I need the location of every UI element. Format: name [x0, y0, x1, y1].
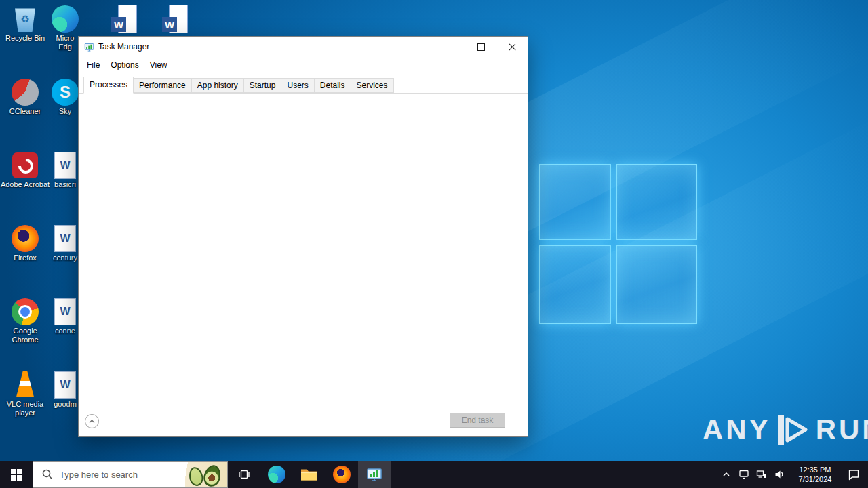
- anyrun-play-logo-icon: [777, 415, 810, 445]
- word-doc-icon: W: [54, 152, 76, 179]
- adobe-acrobat-icon: [12, 152, 38, 178]
- task-manager-window: Task Manager File Options View Processes…: [78, 36, 528, 437]
- system-tray: 12:35 PM 7/31/2024: [717, 461, 868, 488]
- tab-users[interactable]: Users: [281, 78, 314, 93]
- maximize-button[interactable]: [465, 37, 496, 57]
- tab-strip: Processes Performance App history Startu…: [79, 73, 528, 94]
- desktop-icon-word-doc-1[interactable]: W: [100, 4, 150, 34]
- minimize-icon: [446, 47, 453, 47]
- search-daily-image[interactable]: [185, 462, 227, 487]
- taskbar-clock[interactable]: 12:35 PM 7/31/2024: [788, 465, 842, 484]
- close-button[interactable]: [496, 37, 528, 57]
- window-caption-buttons: [434, 37, 528, 57]
- watermark-any-text: ANY: [703, 413, 771, 446]
- chrome-icon: [12, 298, 39, 325]
- windows-logo-panel: [539, 164, 611, 240]
- task-manager-icon: [366, 466, 382, 483]
- anyrun-watermark: ANY RUN: [703, 413, 868, 446]
- fewer-details-toggle[interactable]: [85, 414, 99, 428]
- word-glyph: W: [60, 379, 70, 391]
- tab-processes[interactable]: Processes: [83, 77, 134, 94]
- maximize-icon: [477, 43, 485, 51]
- word-glyph: W: [60, 159, 70, 171]
- menu-file[interactable]: File: [81, 60, 105, 70]
- desktop-icon-word-doc-2[interactable]: W: [151, 4, 201, 34]
- taskbar-edge-button[interactable]: [260, 461, 293, 488]
- word-doc-icon: W: [54, 298, 76, 325]
- chevron-up-icon: [88, 418, 96, 425]
- task-view-button[interactable]: [228, 461, 260, 488]
- minimize-button[interactable]: [434, 37, 465, 57]
- process-list-area: [79, 100, 528, 405]
- tab-app-history[interactable]: App history: [191, 78, 244, 93]
- word-glyph: W: [60, 232, 70, 245]
- skype-icon: S: [52, 79, 79, 106]
- chevron-up-icon: [721, 469, 732, 480]
- clock-time: 12:35 PM: [790, 465, 840, 474]
- watermark-run-text: RUN: [816, 413, 868, 446]
- volume-icon: [774, 469, 785, 480]
- tab-startup[interactable]: Startup: [243, 78, 282, 93]
- vlc-icon: [14, 371, 37, 399]
- word-glyph: W: [162, 17, 177, 32]
- taskbar-file-explorer-button[interactable]: [293, 461, 326, 488]
- word-glyph: W: [111, 17, 126, 32]
- windows-start-icon: [11, 469, 22, 481]
- search-box[interactable]: Type here to search: [33, 461, 228, 488]
- task-manager-app-icon: [84, 42, 94, 52]
- tab-details[interactable]: Details: [314, 78, 351, 93]
- menu-options[interactable]: Options: [105, 60, 144, 70]
- footer-bar: End task: [79, 405, 528, 436]
- taskbar: Type here to search: [0, 461, 868, 488]
- window-title: Task Manager: [98, 42, 149, 52]
- avocado-icon: [187, 466, 204, 487]
- task-view-icon: [238, 468, 250, 481]
- hidden-icons-button[interactable]: [717, 461, 735, 488]
- search-placeholder: Type here to search: [60, 470, 138, 480]
- word-doc-icon: W: [54, 371, 76, 399]
- tray-volume-button[interactable]: [770, 461, 788, 488]
- firefox-icon: [12, 225, 39, 252]
- action-center-button[interactable]: [842, 461, 865, 488]
- windows-logo-panel: [539, 245, 611, 324]
- taskbar-task-manager-button[interactable]: [358, 461, 391, 488]
- task-manager-titlebar[interactable]: Task Manager: [79, 37, 528, 57]
- firefox-icon: [333, 466, 351, 483]
- search-icon: [41, 468, 54, 481]
- close-icon: [509, 43, 516, 51]
- tray-network-button[interactable]: [753, 461, 770, 488]
- tab-services[interactable]: Services: [351, 78, 394, 93]
- ccleaner-icon: [12, 79, 39, 106]
- start-button[interactable]: [0, 461, 33, 488]
- tray-display-button[interactable]: [735, 461, 753, 488]
- windows-logo-wallpaper: [539, 164, 697, 324]
- word-glyph: W: [60, 306, 70, 318]
- avocado-icon: [201, 464, 222, 487]
- taskbar-firefox-button[interactable]: [326, 461, 358, 488]
- column-header-row: [79, 94, 528, 100]
- word-doc-icon: W: [54, 225, 76, 252]
- end-task-button[interactable]: End task: [450, 413, 505, 428]
- windows-logo-panel: [616, 164, 697, 240]
- network-icon: [756, 469, 767, 480]
- edge-icon: [268, 466, 285, 483]
- windows-logo-panel: [616, 245, 697, 324]
- display-icon: [738, 469, 749, 480]
- recycle-bin-icon: ♻: [15, 6, 35, 32]
- file-explorer-icon: [300, 468, 318, 481]
- tab-performance[interactable]: Performance: [133, 78, 192, 93]
- action-center-icon: [848, 468, 860, 481]
- menu-bar: File Options View: [79, 57, 528, 73]
- edge-icon: [52, 5, 79, 33]
- menu-view[interactable]: View: [144, 60, 173, 70]
- skype-glyph: S: [60, 83, 71, 102]
- clock-date: 7/31/2024: [790, 474, 840, 484]
- recycle-glyph: ♻: [20, 13, 29, 25]
- screen: ANY RUN ♻ Recycle Bin CCleaner Adobe Acr…: [0, 0, 868, 488]
- word-app-icon: W: [111, 4, 138, 34]
- word-app-icon: W: [162, 4, 189, 34]
